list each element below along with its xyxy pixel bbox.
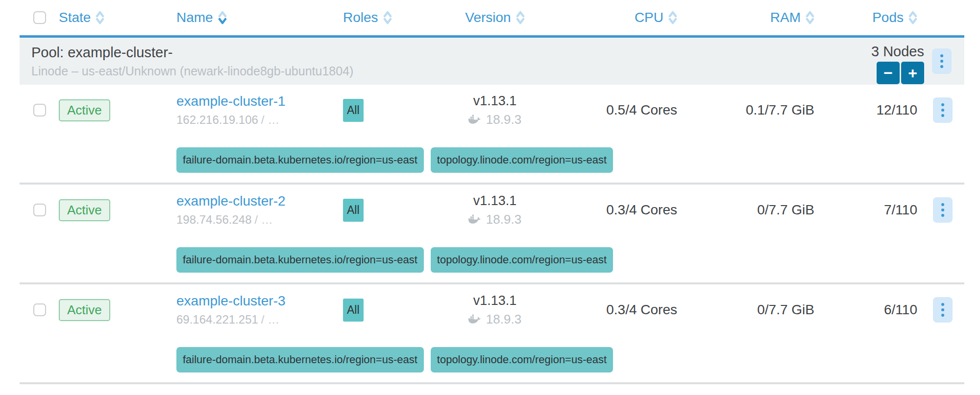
column-header-pods[interactable]: Pods [818,10,921,25]
ram-value: 0/7.7 GiB [681,202,818,218]
row-checkbox[interactable] [33,204,46,216]
pool-row: Pool: example-cluster- Linode – us-east/… [20,38,964,85]
scale-down-button[interactable]: − [877,62,900,84]
sort-icon[interactable] [96,10,104,25]
pods-value: 12/110 [818,102,921,118]
kubernetes-version: v1.13.1 [431,93,559,109]
scale-up-button[interactable]: + [901,62,924,84]
sort-icon[interactable] [806,10,814,25]
docker-icon [468,314,482,325]
pool-controls: 3 Nodes − + [871,38,952,85]
node-address: 69.164.221.251/ … [176,313,343,326]
node-label-tag: failure-domain.beta.kubernetes.io/region… [176,147,424,173]
address-more[interactable]: / … [261,313,279,326]
sort-icon[interactable] [516,10,525,25]
docker-version: 18.9.3 [486,312,521,327]
table-header-row: State Name Roles Version CPU RAM Pods [20,0,964,38]
node-label-tag: failure-domain.beta.kubernetes.io/region… [176,347,424,372]
name-cell: example-cluster-2 198.74.56.248/ … [176,193,343,227]
actions-cell [921,97,964,123]
pool-menu-button[interactable] [932,48,952,74]
pool-info: Pool: example-cluster- Linode – us-east/… [31,38,353,85]
state-badge: Active [59,99,110,121]
node-address: 162.216.19.106/ … [176,113,343,127]
column-label: Version [465,10,511,25]
ram-value: 0/7.7 GiB [681,302,818,318]
sort-icon[interactable] [908,10,917,25]
column-label: RAM [770,10,801,25]
docker-icon [468,115,482,125]
cpu-value: 0.5/4 Cores [559,102,681,118]
address-more[interactable]: / … [254,213,272,226]
node-address: 198.74.56.248/ … [176,213,343,227]
kebab-icon [941,101,944,119]
node-name-link[interactable]: example-cluster-1 [176,93,286,109]
column-header-cpu[interactable]: CPU [559,10,681,25]
name-cell: example-cluster-3 69.164.221.251/ … [176,293,343,326]
node-name-link[interactable]: example-cluster-3 [176,293,286,308]
column-header-name[interactable]: Name [176,10,343,25]
docker-icon [468,214,482,225]
row-checkbox-cell [20,204,59,216]
row-menu-button[interactable] [933,197,953,223]
roles-cell: All [343,299,431,322]
node-count: 3 Nodes [871,44,924,60]
docker-version: 18.9.3 [486,212,521,227]
node-pool-table: State Name Roles Version CPU RAM Pods [20,0,964,384]
row-menu-button[interactable] [933,97,953,123]
kubernetes-version: v1.13.1 [431,193,559,209]
node-row: Active example-cluster-2 198.74.56.248/ … [20,185,964,284]
column-label: State [59,10,91,25]
roles-cell: All [343,199,431,222]
state-badge: Active [59,199,110,221]
row-checkbox-cell [20,303,59,316]
state-cell: Active [59,299,176,321]
role-badge: All [343,99,364,122]
column-header-ram[interactable]: RAM [681,10,818,25]
node-label-tag: topology.linode.com/region=us-east [431,347,613,372]
node-label-tag: topology.linode.com/region=us-east [431,247,613,273]
column-header-roles[interactable]: Roles [343,10,431,25]
node-labels: failure-domain.beta.kubernetes.io/region… [176,347,964,372]
kebab-icon [941,201,944,219]
state-cell: Active [59,199,176,221]
pool-title: Pool: example-cluster- [31,45,353,61]
column-header-state[interactable]: State [59,10,176,25]
cpu-value: 0.3/4 Cores [559,302,681,318]
kebab-icon [940,52,943,70]
row-checkbox[interactable] [33,303,46,316]
version-cell: v1.13.1 18.9.3 [431,93,559,127]
row-menu-button[interactable] [933,297,953,323]
node-labels: failure-domain.beta.kubernetes.io/region… [176,147,964,173]
node-label-tag: failure-domain.beta.kubernetes.io/region… [176,247,424,273]
role-badge: All [343,199,364,222]
ram-value: 0.1/7.7 GiB [681,102,818,118]
column-label: Name [176,10,213,25]
column-label: CPU [635,10,663,25]
pods-value: 7/110 [818,202,921,218]
select-all-checkbox[interactable] [33,11,46,24]
address-more[interactable]: / … [261,113,279,126]
sort-icon[interactable] [668,10,677,25]
pool-subtitle: Linode – us-east/Unknown (newark-linode8… [31,64,353,78]
state-badge: Active [59,299,110,321]
column-label: Pods [872,10,904,25]
sort-icon[interactable] [383,10,392,25]
node-label-tag: topology.linode.com/region=us-east [431,147,613,173]
header-checkbox-cell [20,11,59,24]
pods-value: 6/110 [818,302,921,318]
row-checkbox[interactable] [33,104,46,116]
docker-version-line: 18.9.3 [431,112,559,127]
column-header-version[interactable]: Version [431,10,559,25]
pool-scale-block: 3 Nodes − + [871,38,924,84]
cpu-value: 0.3/4 Cores [559,202,681,218]
sort-icon-active-down[interactable] [218,10,227,25]
docker-version: 18.9.3 [486,112,521,127]
name-cell: example-cluster-1 162.216.19.106/ … [176,93,343,127]
roles-cell: All [343,99,431,122]
node-row: Active example-cluster-3 69.164.221.251/… [20,284,964,384]
actions-cell [921,297,964,323]
kubernetes-version: v1.13.1 [431,293,559,308]
node-name-link[interactable]: example-cluster-2 [176,193,286,209]
docker-version-line: 18.9.3 [431,312,559,327]
